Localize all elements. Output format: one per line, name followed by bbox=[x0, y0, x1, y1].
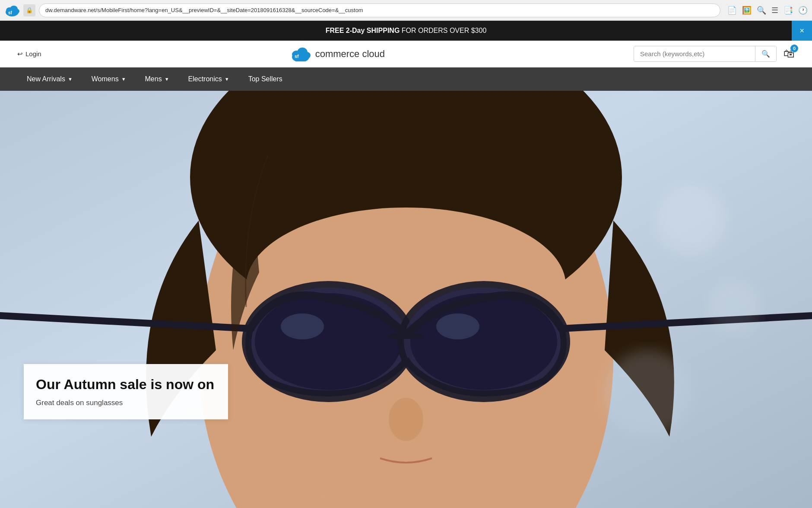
svg-point-30 bbox=[708, 281, 760, 333]
promo-banner-bold: FREE 2-Day SHIPPING bbox=[326, 27, 400, 34]
nav-label-top-sellers: Top Sellers bbox=[248, 75, 282, 83]
image-icon[interactable]: 🖼️ bbox=[742, 6, 752, 15]
svg-text:sf: sf bbox=[8, 10, 13, 15]
svg-point-23 bbox=[410, 293, 557, 390]
svg-point-31 bbox=[605, 350, 691, 437]
tabs-icon[interactable]: 📑 bbox=[783, 6, 793, 15]
nav-chevron-new-arrivals: ▼ bbox=[68, 77, 73, 82]
nav-label-womens: Womens bbox=[92, 75, 119, 83]
salesforce-logo-icon: sf bbox=[290, 47, 311, 61]
nav-item-new-arrivals[interactable]: New Arrivals ▼ bbox=[17, 67, 82, 91]
search-input[interactable] bbox=[634, 47, 755, 61]
svg-point-24 bbox=[436, 313, 479, 339]
svg-point-28 bbox=[389, 398, 423, 441]
nav-label-mens: Mens bbox=[145, 75, 162, 83]
browser-chrome: sf 🔒 dw.demandware.net/s/MobileFirst/hom… bbox=[0, 0, 812, 21]
find-icon[interactable]: 🔍 bbox=[757, 6, 766, 15]
svg-point-20 bbox=[281, 313, 324, 339]
commerce-cloud-text: commerce cloud bbox=[315, 48, 385, 60]
promo-banner-rest: FOR ORDERS OVER $300 bbox=[400, 27, 486, 34]
promo-banner-text: FREE 2-Day SHIPPING FOR ORDERS OVER $300 bbox=[326, 27, 487, 35]
svg-point-8 bbox=[303, 52, 311, 59]
site-header: ↩ Login sf commerce cloud 🔍 🛍 0 bbox=[0, 41, 812, 67]
login-label: Login bbox=[25, 50, 41, 58]
cart-icon[interactable]: 🛍 0 bbox=[783, 47, 795, 61]
hero-image bbox=[0, 91, 812, 508]
nav-chevron-electronics: ▼ bbox=[225, 77, 229, 82]
login-link[interactable]: ↩ Login bbox=[17, 50, 41, 58]
browser-nav-icons: 🔒 bbox=[23, 4, 35, 16]
login-icon: ↩ bbox=[17, 50, 23, 58]
hero-section: Our Autumn sale is now on Great deals on… bbox=[0, 91, 812, 508]
nav-item-top-sellers[interactable]: Top Sellers bbox=[239, 67, 292, 91]
svg-point-29 bbox=[657, 186, 726, 255]
url-text: dw.demandware.net/s/MobileFirst/home?lan… bbox=[45, 7, 363, 13]
browser-lock-icon: 🔒 bbox=[23, 4, 35, 16]
browser-toolbar-icons: 📄 🖼️ 🔍 ☰ 📑 🕐 bbox=[727, 6, 808, 15]
history-icon[interactable]: 🕐 bbox=[798, 6, 808, 15]
browser-url-bar[interactable]: dw.demandware.net/s/MobileFirst/home?lan… bbox=[39, 3, 720, 17]
svg-text:sf: sf bbox=[295, 54, 299, 59]
bookmark-icon[interactable]: 📄 bbox=[727, 6, 737, 15]
promo-close-button[interactable]: × bbox=[792, 21, 812, 41]
menu-icon[interactable]: ☰ bbox=[771, 6, 778, 15]
promo-card: Our Autumn sale is now on Great deals on… bbox=[24, 364, 228, 419]
nav-item-electronics[interactable]: Electronics ▼ bbox=[179, 67, 239, 91]
promo-banner: FREE 2-Day SHIPPING FOR ORDERS OVER $300… bbox=[0, 21, 812, 41]
svg-point-3 bbox=[13, 9, 19, 14]
nav-chevron-mens: ▼ bbox=[165, 77, 169, 82]
nav-chevron-womens: ▼ bbox=[121, 77, 126, 82]
nav-label-new-arrivals: New Arrivals bbox=[27, 75, 65, 83]
header-logo: sf commerce cloud bbox=[41, 47, 634, 61]
promo-subtext: Great deals on sunglasses bbox=[36, 399, 214, 407]
header-right: 🔍 🛍 0 bbox=[634, 46, 795, 62]
search-bar: 🔍 bbox=[634, 46, 777, 62]
svg-point-19 bbox=[255, 293, 402, 390]
cart-badge: 0 bbox=[790, 45, 798, 52]
nav-item-womens[interactable]: Womens ▼ bbox=[82, 67, 136, 91]
hero-image-svg bbox=[0, 91, 812, 508]
search-button[interactable]: 🔍 bbox=[755, 46, 776, 61]
site-nav: New Arrivals ▼ Womens ▼ Mens ▼ Electroni… bbox=[0, 67, 812, 91]
promo-headline: Our Autumn sale is now on bbox=[36, 376, 214, 393]
nav-item-mens[interactable]: Mens ▼ bbox=[136, 67, 179, 91]
browser-logo-icon: sf bbox=[4, 3, 20, 18]
nav-label-electronics: Electronics bbox=[188, 75, 222, 83]
